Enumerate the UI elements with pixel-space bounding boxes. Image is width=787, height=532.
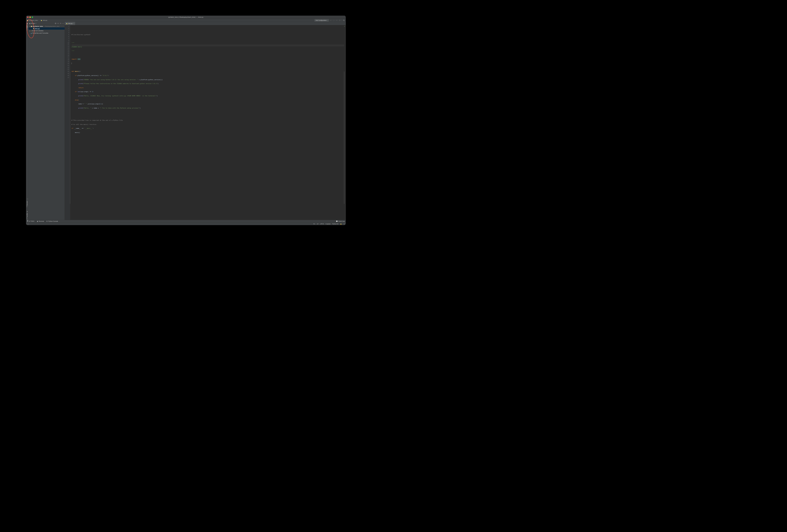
tree-scratches-label: Scratches and Consoles <box>32 32 48 34</box>
inspector-icon[interactable]: ☻ <box>343 223 345 225</box>
run-with-coverage-icon[interactable] <box>336 20 338 21</box>
left-tool-stripe: 1: Project ▦ 7: Structure ⋮⋮ 2: Favorite… <box>26 22 29 220</box>
event-log-tool-tab[interactable]: 💬 Event Log <box>336 220 345 222</box>
speech-bubble-icon: 💬 <box>336 220 338 222</box>
structure-tool-icon: ⋮⋮ <box>26 198 28 200</box>
breadcrumb-root[interactable]: pycharm_intro <box>29 20 38 21</box>
expand-all-icon[interactable] <box>57 22 59 24</box>
favorites-tool-tab-label: 2: Favorites <box>26 213 28 219</box>
project-tool-tab-label: 1: Project <box>26 25 28 30</box>
chevron-right-icon: 〉 <box>39 19 40 21</box>
main-body: 1: Project ▦ 7: Structure ⋮⋮ 2: Favorite… <box>26 22 346 220</box>
minimize-window-button[interactable] <box>29 16 31 18</box>
line-separator[interactable]: LF <box>317 223 319 225</box>
run-icon[interactable] <box>330 20 332 21</box>
editor-tab-intro[interactable]: intro.py × <box>65 22 76 25</box>
svg-rect-2 <box>339 20 340 21</box>
python-file-icon <box>66 23 67 24</box>
tree-file-label: intro.py <box>35 27 40 29</box>
svg-point-0 <box>333 20 334 21</box>
chevron-down-icon[interactable]: ▼ <box>29 25 30 27</box>
navigation-bar: pycharm_intro 〉 intro.py Add Configurati… <box>26 19 346 22</box>
search-everywhere-icon[interactable] <box>343 20 345 21</box>
inspection-ok-icon[interactable]: ✔ <box>344 25 345 27</box>
window-controls <box>27 16 33 18</box>
tree-external-label: External Libraries <box>32 30 43 32</box>
locate-icon[interactable] <box>55 22 57 24</box>
code-content[interactable]: #!/usr/bin/env python3 """ CS106A Intro … <box>70 25 344 220</box>
structure-tool-tab[interactable]: 7: Structure ⋮⋮ <box>26 197 28 208</box>
project-sidebar: ▦ Project ▼ — ▼ <box>29 22 65 220</box>
line-number-gutter: 1 2 3 4 5 6 7 9 10 11 12 13 14 15 16 17 … <box>65 25 70 220</box>
project-view-icon: ▦ <box>29 23 30 24</box>
project-tool-icon: ▦ <box>26 23 28 25</box>
folder-icon <box>27 20 28 21</box>
chevron-down-icon: ▼ <box>36 23 37 24</box>
todo-label: 6: TODO <box>29 220 34 222</box>
add-configuration-button[interactable]: Add Configuration... <box>314 19 329 22</box>
editor-right-gutter: ✔ <box>344 25 346 220</box>
maximize-window-button[interactable] <box>32 16 33 18</box>
project-tool-tab[interactable]: 1: Project ▦ <box>26 22 28 31</box>
ide-window: pycharm_intro [~/Desktop/pycharm_intro] … <box>26 16 346 225</box>
titlebar: pycharm_intro [~/Desktop/pycharm_intro] … <box>26 16 346 19</box>
gear-icon[interactable] <box>60 22 61 24</box>
favorites-tool-tab[interactable]: 2: Favorites ★ <box>26 210 28 220</box>
lock-icon[interactable]: 🔒 <box>340 223 342 225</box>
hide-icon[interactable]: — <box>62 22 64 24</box>
terminal-icon: ▣ <box>37 220 38 222</box>
stop-icon[interactable] <box>339 20 341 21</box>
indent-setting[interactable]: 4 spaces <box>325 223 331 225</box>
python-file-icon <box>33 28 34 29</box>
python-console-tool-tab[interactable]: ⌘ Python Console <box>46 220 58 222</box>
python-console-label: Python Console <box>48 220 58 222</box>
event-log-label: Event Log <box>339 220 345 222</box>
tool-windows-quick-access-icon[interactable] <box>27 223 28 225</box>
tree-root-row[interactable]: ▼ pycharm_intro ~/Desktop/pycharm_intro <box>29 25 65 27</box>
scratches-icon: ◒ <box>31 32 32 34</box>
toolbar-actions: Add Configuration... <box>314 19 345 22</box>
status-bar: 9:1 LF UTF-8 4 spaces Python 3.8 🔒 ☻ <box>26 222 346 225</box>
python-file-icon <box>41 20 42 21</box>
terminal-label: Terminal <box>39 220 44 222</box>
caret-position[interactable]: 9:1 <box>313 223 315 225</box>
file-encoding[interactable]: UTF-8 <box>320 223 324 225</box>
structure-tool-tab-label: 7: Structure <box>26 201 28 207</box>
editor[interactable]: 1 2 3 4 5 6 7 9 10 11 12 13 14 15 16 17 … <box>65 25 346 220</box>
breadcrumb-file[interactable]: intro.py <box>43 20 47 21</box>
close-window-button[interactable] <box>27 16 28 18</box>
bottom-tool-stripe: ≣ 6: TODO ▣ Terminal ⌘ Python Console 💬 … <box>26 220 346 222</box>
tree-root-label: pycharm_intro <box>33 25 43 27</box>
project-view-selector[interactable]: ▦ Project ▼ <box>29 23 37 24</box>
tree-file-row[interactable]: intro.py <box>29 27 65 30</box>
project-sidebar-header: ▦ Project ▼ — <box>29 22 65 25</box>
folder-icon <box>31 25 32 27</box>
editor-tab-label: intro.py <box>68 23 72 24</box>
breadcrumb: pycharm_intro 〉 intro.py <box>27 19 47 21</box>
project-view-label: Project <box>31 23 35 24</box>
debug-icon[interactable] <box>333 20 335 21</box>
editor-area: intro.py × 1 2 3 4 5 6 7 9 10 11 12 13 1… <box>65 22 346 220</box>
svg-rect-1 <box>337 20 337 21</box>
close-tab-icon[interactable]: × <box>73 23 74 24</box>
python-icon: ⌘ <box>46 220 48 222</box>
python-interpreter[interactable]: Python 3.8 <box>332 223 338 225</box>
window-title: pycharm_intro [~/Desktop/pycharm_intro] … <box>26 16 346 18</box>
svg-point-3 <box>343 20 344 21</box>
favorites-tool-icon: ★ <box>26 211 28 212</box>
library-icon: ⎙ <box>31 30 31 31</box>
tree-scratches-row[interactable]: ◒ Scratches and Consoles <box>29 32 65 34</box>
terminal-tool-tab[interactable]: ▣ Terminal <box>37 220 44 222</box>
list-icon: ≣ <box>27 220 28 222</box>
chevron-right-icon[interactable]: ▶ <box>29 30 30 31</box>
project-tree: ▼ pycharm_intro ~/Desktop/pycharm_intro … <box>29 25 65 35</box>
svg-point-6 <box>60 23 61 24</box>
tree-root-path: ~/Desktop/pycharm_intro <box>44 25 59 27</box>
todo-tool-tab[interactable]: ≣ 6: TODO <box>27 220 34 222</box>
editor-tabs: intro.py × <box>65 22 346 25</box>
tree-external-libs-row[interactable]: ▶ ⎙ External Libraries <box>29 30 65 32</box>
